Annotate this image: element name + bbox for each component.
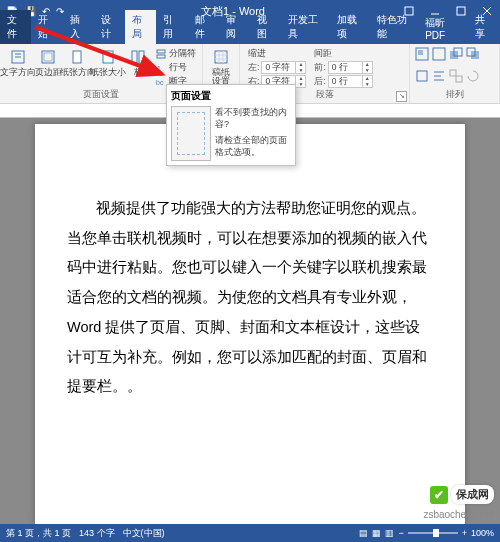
tab-references[interactable]: 引用 (156, 10, 187, 44)
manuscript-icon (212, 48, 230, 66)
tooltip-line2: 请检查全部的页面格式选项。 (215, 134, 291, 158)
status-page[interactable]: 第 1 页，共 1 页 (6, 527, 71, 540)
svg-rect-35 (456, 76, 462, 82)
svg-rect-24 (418, 50, 423, 55)
paragraph-launcher[interactable]: ↘ (396, 91, 407, 102)
tab-insert[interactable]: 插入 (63, 10, 94, 44)
group-icon[interactable] (449, 69, 463, 88)
document-page[interactable]: 视频提供了功能强大的方法帮助您证明您的观点。当您单击联机视频时，可以在想要添加的… (35, 124, 465, 524)
send-backward-icon[interactable] (466, 47, 480, 66)
margins-icon (39, 48, 57, 66)
tab-review[interactable]: 审阅 (219, 10, 250, 44)
svg-rect-10 (73, 51, 81, 63)
svg-rect-15 (157, 55, 165, 58)
zoom-slider[interactable] (408, 532, 458, 534)
tab-addins[interactable]: 加载项 (330, 10, 370, 44)
tooltip-title: 页面设置 (171, 89, 291, 103)
text-direction-button[interactable]: 文字方向 (4, 46, 32, 88)
svg-rect-13 (139, 51, 144, 63)
tab-home[interactable]: 开始 (31, 10, 62, 44)
svg-rect-9 (44, 53, 52, 61)
view-read-icon[interactable]: ▤ (359, 528, 368, 538)
svg-rect-25 (433, 48, 445, 60)
orientation-icon (69, 48, 87, 66)
margins-button[interactable]: 页边距 (34, 46, 62, 88)
tab-features[interactable]: 特色功能 (370, 10, 419, 44)
watermark-logo: ✔ 保成网 (430, 485, 494, 504)
size-button[interactable]: 纸张大小 (94, 46, 122, 88)
orientation-button[interactable]: 纸张方向 (64, 46, 92, 88)
watermark-site: zsbaocheng.net (423, 509, 494, 520)
tab-file[interactable]: 文件 (0, 10, 31, 44)
size-icon (99, 48, 117, 66)
indent-heading: 缩进 (248, 47, 306, 60)
breaks-button[interactable]: 分隔符 (154, 47, 198, 60)
svg-rect-11 (103, 51, 113, 63)
spacing-before-spinner[interactable]: 0 行▲▼ (328, 61, 373, 74)
indent-left-spinner[interactable]: 0 字符▲▼ (261, 61, 306, 74)
status-words[interactable]: 143 个字 (79, 527, 115, 540)
selection-pane-icon[interactable] (415, 69, 429, 88)
align-icon[interactable] (432, 69, 446, 88)
svg-rect-30 (417, 71, 427, 81)
spacing-before-label: 前: (314, 62, 325, 74)
columns-icon (129, 48, 147, 66)
arrange-group-label: 排列 (414, 88, 495, 103)
line-numbers-button[interactable]: 1行号 (154, 61, 198, 74)
tab-foxit[interactable]: 福昕PDF (418, 13, 467, 44)
tooltip-thumbnail-icon (171, 106, 211, 161)
zoom-in-icon[interactable]: + (462, 528, 467, 538)
status-language[interactable]: 中文(中国) (123, 527, 165, 540)
svg-rect-18 (215, 51, 227, 63)
tab-view[interactable]: 视图 (250, 10, 281, 44)
view-web-icon[interactable]: ▥ (385, 528, 394, 538)
svg-rect-12 (132, 51, 137, 63)
svg-rect-14 (157, 50, 165, 53)
share-button[interactable]: 共享 (467, 10, 500, 44)
svg-text:bc: bc (156, 79, 164, 86)
spacing-after-label: 后: (314, 76, 325, 88)
spacing-after-spinner[interactable]: 0 行▲▼ (328, 75, 373, 88)
watermark-badge-icon: ✔ (430, 486, 448, 504)
spacing-heading: 间距 (314, 47, 372, 60)
tab-developer[interactable]: 开发工具 (281, 10, 330, 44)
zoom-out-icon[interactable]: − (398, 528, 403, 538)
view-print-icon[interactable]: ▦ (372, 528, 381, 538)
wrap-text-icon[interactable] (432, 47, 446, 66)
tab-mailings[interactable]: 邮件 (188, 10, 219, 44)
indent-left-label: 左: (248, 62, 259, 74)
svg-text:1: 1 (157, 65, 161, 72)
tooltip-line1: 看不到要查找的内容? (215, 106, 291, 130)
position-icon[interactable] (415, 47, 429, 66)
tab-design[interactable]: 设计 (94, 10, 125, 44)
manuscript-button[interactable]: 稿纸 设置 (207, 46, 235, 89)
rotate-icon[interactable] (466, 69, 480, 88)
zoom-level[interactable]: 100% (471, 528, 494, 538)
svg-rect-34 (450, 70, 456, 76)
down-arrow-icon: ▼ (296, 68, 305, 74)
page-setup-tooltip: 页面设置 看不到要查找的内容? 请检查全部的页面格式选项。 (166, 84, 296, 166)
text-direction-icon (9, 48, 27, 66)
document-paragraph[interactable]: 视频提供了功能强大的方法帮助您证明您的观点。当您单击联机视频时，可以在想要添加的… (67, 194, 433, 402)
bring-forward-icon[interactable] (449, 47, 463, 66)
watermark-brand: 保成网 (451, 485, 494, 504)
tab-layout[interactable]: 布局 (125, 10, 156, 44)
columns-button[interactable]: 栏 (124, 46, 152, 88)
